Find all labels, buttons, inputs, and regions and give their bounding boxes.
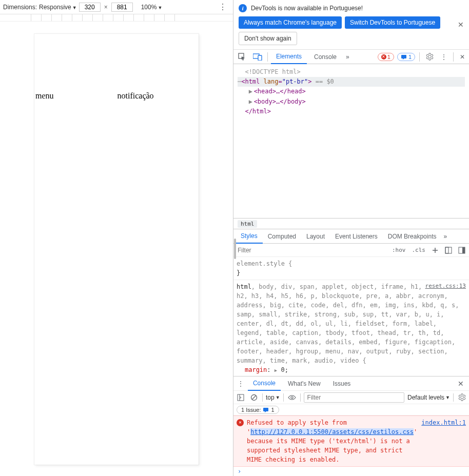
prop-margin[interactable]: margin: ▶ 0; [237,365,466,374]
dom-doctype[interactable]: <!DOCTYPE html> [238,67,465,77]
console-filter-input[interactable] [304,392,404,403]
close-icon[interactable]: ✕ [458,53,467,61]
svg-rect-5 [445,247,448,253]
dom-html-open[interactable]: ⋯<html lang="pt-br"> == $0 [238,77,465,87]
tab-drawer-console[interactable]: Console [248,376,281,391]
tab-elements[interactable]: Elements [271,50,307,64]
issue-bar: 1 Issue: 1 [233,404,469,415]
dimensions-label: Dimensions: [3,4,37,11]
dont-show-again-button[interactable]: Don't show again [239,32,297,45]
switch-language-button[interactable]: Switch DevTools to Portuguese [345,16,440,29]
chevron-down-icon: ▼ [72,5,77,10]
console-sidebar-icon[interactable] [236,392,246,403]
error-url-link[interactable]: http://127.0.0.1:5500/assets/css/estilos… [250,428,414,435]
always-match-button[interactable]: Always match Chrome's language [239,16,342,29]
console-error-message[interactable]: ✕ Refused to apply style from 'http://12… [233,415,469,467]
page-notification-text: notificação [118,91,154,101]
cls-toggle[interactable]: .cls [411,247,427,253]
dom-html-close[interactable]: </html> [238,107,465,116]
issues-badge[interactable]: 1 [397,53,415,61]
issue-icon [401,54,407,60]
height-input[interactable] [111,3,133,12]
breadcrumb-bar: html [233,218,469,229]
resize-handle[interactable] [234,239,236,259]
tab-console[interactable]: Console [309,50,342,64]
times-separator: × [104,4,108,11]
main-tabs: Elements Console » ✕1 1 ⋮ ✕ [233,50,469,64]
chevron-down-icon: ▼ [158,5,162,10]
dom-body[interactable]: ▶<body>…</body> [238,97,465,107]
issue-pill[interactable]: 1 Issue: 1 [237,406,279,414]
styles-filter-input[interactable] [236,246,387,255]
elements-panel[interactable]: <!DOCTYPE html> ⋯<html lang="pt-br"> == … [233,64,469,218]
more-tabs-icon[interactable]: » [441,233,449,240]
tab-issues[interactable]: Issues [328,376,356,391]
issue-icon [263,407,269,413]
breadcrumb-html[interactable]: html [238,220,258,228]
context-select[interactable]: top ▼ [266,394,280,401]
console-prompt[interactable]: › [233,467,469,476]
svg-point-10 [291,396,293,399]
console-toolbar: top ▼ Default levels ▼ [233,391,469,404]
language-banner: i DevTools is now available in Portugues… [233,0,469,50]
chevron-down-icon: ▼ [276,395,280,400]
device-select[interactable]: Responsive▼ [39,4,77,11]
source-link[interactable]: reset.css:13 [425,282,466,291]
styles-body[interactable]: element.style { } reset.css:13 html, bod… [233,257,469,376]
svg-rect-2 [258,55,262,61]
new-rule-icon[interactable] [430,247,440,254]
styles-tabs: Styles Computed Layout Event Listeners D… [233,229,469,244]
log-levels-select[interactable]: Default levels ▼ [407,394,450,401]
tab-event-listeners[interactable]: Event Listeners [330,229,383,244]
tab-styles[interactable]: Styles [236,229,263,244]
viewport-area: menu notificação [0,22,233,476]
kebab-menu-icon[interactable]: ⋮ [236,380,246,387]
width-input[interactable] [79,3,101,12]
emulated-viewport[interactable]: menu notificação [34,34,199,465]
device-toolbar: Dimensions: Responsive▼ × 100%▼ ⋮ [0,0,233,14]
gear-icon[interactable] [457,392,467,403]
svg-rect-7 [462,247,465,253]
info-icon: i [239,4,247,12]
tab-layout[interactable]: Layout [301,229,330,244]
error-dot-icon: ✕ [381,54,386,60]
rule-element-style[interactable]: element.style { } [237,259,466,277]
banner-message: DevTools is now available in Portuguese! [251,5,363,12]
error-badge[interactable]: ✕1 [378,53,394,61]
drawer-tabs: ⋮ Console What's New Issues ✕ [233,376,469,391]
console-drawer: ⋮ Console What's New Issues ✕ top ▼ Defa… [233,376,469,476]
rule-reset[interactable]: reset.css:13 html, body, div, span, appl… [237,282,466,376]
more-tabs-icon[interactable]: » [344,53,351,61]
computed-sidebar-icon[interactable] [443,247,454,254]
gear-icon[interactable] [424,53,436,61]
svg-rect-8 [238,394,244,401]
error-icon: ✕ [237,419,244,426]
dom-head[interactable]: ▶<head>…</head> [238,87,465,96]
hov-toggle[interactable]: :hov [390,247,407,253]
styles-toolbar: :hov .cls [233,244,469,257]
close-icon[interactable]: ✕ [455,380,467,388]
clear-console-icon[interactable] [249,392,259,403]
live-expression-icon[interactable] [287,392,297,403]
inspect-icon[interactable] [236,50,249,64]
kebab-menu-icon[interactable]: ⋮ [439,53,449,61]
ruler [0,14,233,22]
error-source-link[interactable]: index.html:1 [421,418,466,464]
kebab-menu-icon[interactable]: ⋮ [216,2,230,12]
rendering-icon[interactable] [457,247,467,254]
close-icon[interactable]: ✕ [458,21,464,29]
page-menu-text: menu [35,91,54,101]
device-toggle-icon[interactable] [251,50,264,64]
tab-dom-breakpoints[interactable]: DOM Breakpoints [383,229,442,244]
svg-rect-3 [401,55,406,58]
tab-computed[interactable]: Computed [263,229,301,244]
chevron-down-icon: ▼ [445,395,450,400]
svg-rect-11 [263,408,268,411]
tab-whats-new[interactable]: What's New [283,376,326,391]
zoom-select[interactable]: 100%▼ [141,4,163,11]
